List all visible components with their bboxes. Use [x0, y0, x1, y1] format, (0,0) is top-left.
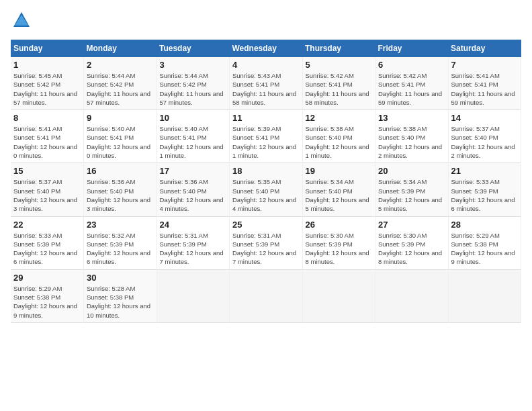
day-info: Sunrise: 5:31 AM Sunset: 5:39 PM Dayligh…	[160, 231, 227, 267]
day-number: 29	[13, 273, 81, 283]
day-info: Sunrise: 5:29 AM Sunset: 5:38 PM Dayligh…	[13, 284, 81, 320]
calendar-table: SundayMondayTuesdayWednesdayThursdayFrid…	[11, 40, 521, 323]
day-cell	[375, 269, 449, 322]
week-row-5: 29 Sunrise: 5:29 AM Sunset: 5:38 PM Dayl…	[11, 269, 521, 322]
day-number: 12	[306, 113, 373, 123]
day-info: Sunrise: 5:35 AM Sunset: 5:40 PM Dayligh…	[232, 177, 300, 213]
day-number: 11	[232, 113, 300, 123]
day-number: 25	[232, 220, 300, 230]
day-cell: 5 Sunrise: 5:42 AM Sunset: 5:41 PM Dayli…	[302, 57, 375, 110]
day-info: Sunrise: 5:40 AM Sunset: 5:41 PM Dayligh…	[160, 124, 227, 160]
day-cell: 9 Sunrise: 5:40 AM Sunset: 5:41 PM Dayli…	[84, 110, 157, 163]
day-cell: 15 Sunrise: 5:37 AM Sunset: 5:40 PM Dayl…	[11, 163, 84, 216]
day-cell: 19 Sunrise: 5:34 AM Sunset: 5:40 PM Dayl…	[302, 163, 375, 216]
day-info: Sunrise: 5:30 AM Sunset: 5:39 PM Dayligh…	[378, 231, 445, 267]
day-number: 3	[160, 60, 227, 70]
day-cell: 12 Sunrise: 5:38 AM Sunset: 5:40 PM Dayl…	[302, 110, 375, 163]
day-number: 20	[378, 166, 445, 176]
day-number: 17	[160, 166, 227, 176]
day-number: 30	[87, 273, 154, 283]
day-info: Sunrise: 5:44 AM Sunset: 5:42 PM Dayligh…	[160, 71, 227, 107]
day-cell: 26 Sunrise: 5:30 AM Sunset: 5:39 PM Dayl…	[302, 216, 375, 269]
day-info: Sunrise: 5:31 AM Sunset: 5:39 PM Dayligh…	[232, 231, 300, 267]
day-number: 18	[232, 166, 300, 176]
day-cell: 1 Sunrise: 5:45 AM Sunset: 5:42 PM Dayli…	[11, 57, 84, 110]
day-info: Sunrise: 5:28 AM Sunset: 5:38 PM Dayligh…	[87, 284, 154, 320]
day-info: Sunrise: 5:38 AM Sunset: 5:40 PM Dayligh…	[306, 124, 373, 160]
day-info: Sunrise: 5:29 AM Sunset: 5:38 PM Dayligh…	[451, 231, 519, 267]
day-info: Sunrise: 5:41 AM Sunset: 5:41 PM Dayligh…	[13, 124, 81, 160]
day-cell: 2 Sunrise: 5:44 AM Sunset: 5:42 PM Dayli…	[84, 57, 157, 110]
day-info: Sunrise: 5:43 AM Sunset: 5:41 PM Dayligh…	[232, 71, 300, 107]
day-cell: 21 Sunrise: 5:33 AM Sunset: 5:39 PM Dayl…	[448, 163, 521, 216]
day-info: Sunrise: 5:36 AM Sunset: 5:40 PM Dayligh…	[160, 177, 227, 213]
day-info: Sunrise: 5:45 AM Sunset: 5:42 PM Dayligh…	[13, 71, 81, 107]
header-monday: Monday	[84, 40, 157, 57]
day-cell: 18 Sunrise: 5:35 AM Sunset: 5:40 PM Dayl…	[230, 163, 303, 216]
week-row-2: 8 Sunrise: 5:41 AM Sunset: 5:41 PM Dayli…	[11, 110, 521, 163]
day-cell	[302, 269, 375, 322]
day-number: 9	[87, 113, 154, 123]
day-number: 6	[378, 60, 445, 70]
day-number: 14	[451, 113, 519, 123]
day-number: 22	[13, 220, 81, 230]
day-number: 10	[160, 113, 227, 123]
day-number: 27	[378, 220, 445, 230]
day-info: Sunrise: 5:37 AM Sunset: 5:40 PM Dayligh…	[451, 124, 519, 160]
day-cell: 16 Sunrise: 5:36 AM Sunset: 5:40 PM Dayl…	[84, 163, 157, 216]
day-cell: 13 Sunrise: 5:38 AM Sunset: 5:40 PM Dayl…	[375, 110, 449, 163]
day-cell: 29 Sunrise: 5:29 AM Sunset: 5:38 PM Dayl…	[11, 269, 84, 322]
day-cell: 10 Sunrise: 5:40 AM Sunset: 5:41 PM Dayl…	[157, 110, 230, 163]
day-cell: 11 Sunrise: 5:39 AM Sunset: 5:41 PM Dayl…	[230, 110, 303, 163]
day-cell	[230, 269, 303, 322]
header-sunday: Sunday	[11, 40, 84, 57]
day-number: 13	[378, 113, 445, 123]
header-wednesday: Wednesday	[230, 40, 303, 57]
calendar-header-row: SundayMondayTuesdayWednesdayThursdayFrid…	[11, 40, 521, 57]
day-cell: 7 Sunrise: 5:41 AM Sunset: 5:41 PM Dayli…	[448, 57, 521, 110]
day-cell: 24 Sunrise: 5:31 AM Sunset: 5:39 PM Dayl…	[157, 216, 230, 269]
day-info: Sunrise: 5:30 AM Sunset: 5:39 PM Dayligh…	[306, 231, 373, 267]
day-cell	[157, 269, 230, 322]
day-info: Sunrise: 5:41 AM Sunset: 5:41 PM Dayligh…	[451, 71, 519, 107]
day-cell: 22 Sunrise: 5:33 AM Sunset: 5:39 PM Dayl…	[11, 216, 84, 269]
day-info: Sunrise: 5:40 AM Sunset: 5:41 PM Dayligh…	[87, 124, 154, 160]
logo-text	[11, 11, 31, 33]
day-cell: 8 Sunrise: 5:41 AM Sunset: 5:41 PM Dayli…	[11, 110, 84, 163]
day-number: 2	[87, 60, 154, 70]
week-row-4: 22 Sunrise: 5:33 AM Sunset: 5:39 PM Dayl…	[11, 216, 521, 269]
day-number: 21	[451, 166, 519, 176]
day-cell: 3 Sunrise: 5:44 AM Sunset: 5:42 PM Dayli…	[157, 57, 230, 110]
day-number: 24	[160, 220, 227, 230]
week-row-3: 15 Sunrise: 5:37 AM Sunset: 5:40 PM Dayl…	[11, 163, 521, 216]
header-thursday: Thursday	[302, 40, 375, 57]
day-cell: 17 Sunrise: 5:36 AM Sunset: 5:40 PM Dayl…	[157, 163, 230, 216]
day-info: Sunrise: 5:32 AM Sunset: 5:39 PM Dayligh…	[87, 231, 154, 267]
day-info: Sunrise: 5:33 AM Sunset: 5:39 PM Dayligh…	[13, 231, 81, 267]
header-saturday: Saturday	[448, 40, 521, 57]
day-cell: 23 Sunrise: 5:32 AM Sunset: 5:39 PM Dayl…	[84, 216, 157, 269]
page-header	[11, 11, 521, 33]
svg-marker-1	[15, 15, 28, 26]
day-info: Sunrise: 5:42 AM Sunset: 5:41 PM Dayligh…	[378, 71, 445, 107]
day-number: 19	[306, 166, 373, 176]
day-info: Sunrise: 5:34 AM Sunset: 5:40 PM Dayligh…	[306, 177, 373, 213]
day-number: 26	[306, 220, 373, 230]
day-cell: 20 Sunrise: 5:34 AM Sunset: 5:39 PM Dayl…	[375, 163, 449, 216]
day-number: 1	[13, 60, 81, 70]
day-cell: 27 Sunrise: 5:30 AM Sunset: 5:39 PM Dayl…	[375, 216, 449, 269]
day-info: Sunrise: 5:44 AM Sunset: 5:42 PM Dayligh…	[87, 71, 154, 107]
day-cell: 14 Sunrise: 5:37 AM Sunset: 5:40 PM Dayl…	[448, 110, 521, 163]
day-info: Sunrise: 5:37 AM Sunset: 5:40 PM Dayligh…	[13, 177, 81, 213]
day-info: Sunrise: 5:39 AM Sunset: 5:41 PM Dayligh…	[232, 124, 300, 160]
logo	[11, 11, 31, 33]
day-info: Sunrise: 5:36 AM Sunset: 5:40 PM Dayligh…	[87, 177, 154, 213]
day-cell: 25 Sunrise: 5:31 AM Sunset: 5:39 PM Dayl…	[230, 216, 303, 269]
day-number: 7	[451, 60, 519, 70]
day-info: Sunrise: 5:38 AM Sunset: 5:40 PM Dayligh…	[378, 124, 445, 160]
day-number: 16	[87, 166, 154, 176]
header-tuesday: Tuesday	[157, 40, 230, 57]
logo-icon	[12, 11, 31, 30]
day-number: 28	[451, 220, 519, 230]
day-cell: 6 Sunrise: 5:42 AM Sunset: 5:41 PM Dayli…	[375, 57, 449, 110]
